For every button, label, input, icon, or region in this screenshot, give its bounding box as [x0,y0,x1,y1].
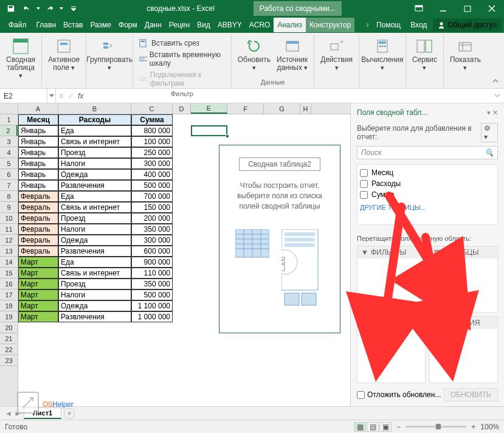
row-header[interactable]: 4 [0,147,18,158]
group-button[interactable]: Группировать ▾ [90,35,129,72]
table-cell[interactable]: 1 000 000 [131,311,173,322]
zone-values[interactable]: ΣЗНАЧЕНИЯ [429,316,498,383]
table-cell[interactable]: Март [18,311,58,322]
selected-cell[interactable] [191,125,227,136]
row-header[interactable]: 15 [0,268,18,279]
table-cell[interactable]: Проезд [58,213,131,224]
insert-slicer-button[interactable]: Вставить срез [137,38,227,49]
table-cell[interactable]: Одежда [58,235,131,246]
maximize-icon[interactable] [455,0,480,17]
tab-file[interactable]: Файл [2,18,33,32]
column-header[interactable]: C [131,103,173,114]
row-header[interactable]: 10 [0,213,18,224]
tools-button[interactable]: Сервис ▾ [410,35,440,72]
table-cell[interactable]: 900 000 [131,257,173,268]
table-cell[interactable]: Март [18,279,58,289]
qat-dropdown-icon[interactable] [58,2,64,15]
tab-insert[interactable]: Встав [60,18,86,32]
table-cell[interactable]: 110 000 [131,268,173,279]
row-header[interactable]: 13 [0,246,18,257]
tab-review[interactable]: Рецен [165,18,193,32]
zone-filters[interactable]: ▼ФИЛЬТРЫ [357,246,426,313]
data-source-button[interactable]: Источник данных ▾ [274,35,310,73]
tab-analyze[interactable]: Анализ [274,18,306,32]
table-cell[interactable]: Одежда [58,169,131,180]
tab-home[interactable]: Главн [33,18,60,32]
zone-columns[interactable]: ▥СТОЛБЦЫ [429,246,498,313]
qat-dropdown-icon[interactable] [35,2,41,15]
field-item-expenses[interactable]: Расходы [360,178,495,189]
table-cell[interactable]: Проезд [58,147,131,158]
table-cell[interactable]: 100 000 [131,136,173,147]
other-tables-link[interactable]: ДРУГИЕ ТАБЛИЦЫ... [360,200,495,211]
table-cell[interactable]: 400 000 [131,169,173,180]
page-layout-view-icon[interactable]: ▤ [367,422,379,432]
row-header[interactable]: 14 [0,257,18,268]
table-cell[interactable]: Еда [58,257,131,268]
table-cell[interactable]: Февраль [18,224,58,235]
table-cell[interactable]: Еда [58,191,131,202]
table-cell[interactable]: Связь и интернет [58,268,131,279]
actions-button[interactable]: Действия ▾ [318,35,355,72]
row-header[interactable]: 7 [0,180,18,191]
table-cell[interactable]: Налоги [58,158,131,169]
table-cell[interactable]: Январь [18,147,58,158]
row-header[interactable]: 5 [0,158,18,169]
table-cell[interactable]: Связь и интернет [58,202,131,213]
table-cell[interactable]: 200 000 [131,213,173,224]
table-cell[interactable]: 500 000 [131,180,173,191]
refresh-button[interactable]: Обновить ▾ [235,35,273,72]
table-cell[interactable]: Налоги [58,289,131,300]
zoom-slider[interactable] [406,426,466,428]
table-cell[interactable]: Проезд [58,279,131,289]
row-header[interactable]: 17 [0,289,18,300]
column-header[interactable]: D [173,103,191,114]
tab-view[interactable]: Вид [193,18,214,32]
tab-acrobat[interactable]: ACRO [246,18,274,32]
table-cell[interactable]: 250 000 [131,147,173,158]
table-cell[interactable]: Февраль [18,213,58,224]
sign-in[interactable]: Вход [407,18,430,32]
table-cell[interactable]: 600 000 [131,246,173,257]
table-cell[interactable]: 300 000 [131,235,173,246]
column-header[interactable]: A [18,103,58,114]
field-search-input[interactable]: Поиск 🔍 [357,146,498,159]
row-header[interactable]: 8 [0,191,18,202]
table-cell[interactable]: 150 000 [131,202,173,213]
page-break-view-icon[interactable]: ▣ [379,422,392,432]
table-cell[interactable]: 350 000 [131,224,173,235]
row-header[interactable]: 12 [0,235,18,246]
ribbon-display-icon[interactable] [407,0,431,17]
zoom-level[interactable]: 100% [480,423,499,431]
row-header[interactable]: 3 [0,136,18,147]
row-header[interactable]: 1 [0,114,18,125]
pivot-table-button[interactable]: Сводная таблица ▾ [4,35,38,80]
tab-layout[interactable]: Разме [86,18,115,32]
normal-view-icon[interactable]: ▦ [354,422,366,432]
table-cell[interactable]: 500 000 [131,289,173,300]
table-header-cell[interactable]: Сумма [131,114,173,125]
column-header[interactable]: G [264,103,300,114]
table-cell[interactable]: Одежда [58,300,131,311]
field-item-sum[interactable]: Сумма [360,189,495,200]
collapse-ribbon-icon[interactable] [492,77,499,85]
tab-data[interactable]: Данн [141,18,165,32]
field-item-month[interactable]: Месяц [360,167,495,178]
row-header[interactable]: 22 [0,344,18,355]
share-button[interactable]: Общий доступ [433,18,502,32]
row-header[interactable]: 16 [0,279,18,289]
qat-customize-icon[interactable] [69,2,78,15]
defer-update-checkbox[interactable]: Отложить обновлен... [357,390,441,399]
redo-icon[interactable] [43,2,57,15]
table-cell[interactable]: Февраль [18,191,58,202]
zone-rows[interactable]: ☰СТРОКИ [357,316,426,383]
table-cell[interactable]: 300 000 [131,158,173,169]
minimize-icon[interactable] [431,0,455,17]
table-cell[interactable]: Март [18,289,58,300]
pivot-placeholder[interactable]: Сводная таблица2 Чтобы построить отчет, … [219,145,340,333]
fx-icon[interactable]: fx [78,92,83,100]
column-header[interactable]: F [227,103,264,114]
table-header-cell[interactable]: Месяц [18,114,58,125]
table-cell[interactable]: Февраль [18,235,58,246]
table-cell[interactable]: Январь [18,180,58,191]
